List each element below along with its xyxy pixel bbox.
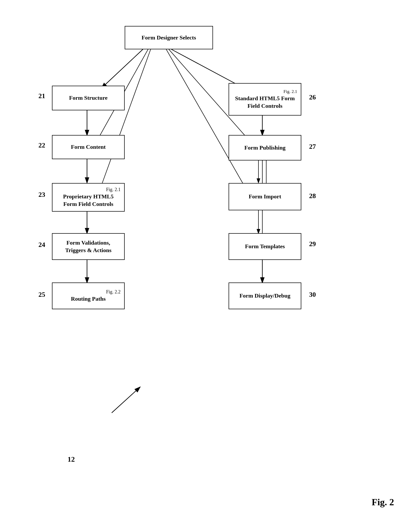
form-display-debug-box: Form Display/Debug — [229, 282, 301, 309]
diagram-container: Form Designer Selects Form Structure 21 … — [31, 16, 395, 457]
ref-25: 25 — [38, 291, 45, 299]
form-templates-label: Form Templates — [245, 243, 285, 250]
ref-22: 22 — [38, 142, 45, 149]
routing-paths-box: Fig. 2.2 Routing Paths — [52, 282, 125, 309]
ref-21: 21 — [38, 92, 45, 100]
form-import-box: Form Import — [229, 183, 301, 210]
svg-line-6 — [166, 49, 244, 186]
form-templates-box: Form Templates — [229, 233, 301, 260]
form-publishing-label: Form Publishing — [244, 144, 285, 152]
fig-caption: Fig. 2 — [372, 497, 394, 508]
form-publishing-box: Form Publishing — [229, 135, 301, 160]
standard-html5-box: Fig. 2.1 Standard HTML5 FormField Contro… — [229, 83, 301, 116]
routing-paths-label: Routing Paths — [71, 295, 106, 303]
proprietary-html5-label: Proprietary HTML5Form Field Controls — [63, 193, 114, 208]
form-display-debug-label: Form Display/Debug — [239, 292, 290, 300]
form-validations-label: Form Validations,Triggers & Actions — [65, 239, 111, 254]
svg-line-3 — [101, 49, 151, 186]
form-content-label: Form Content — [71, 143, 106, 151]
form-validations-box: Form Validations,Triggers & Actions — [52, 233, 125, 260]
form-structure-box: Form Structure — [52, 86, 125, 110]
ref-29: 29 — [309, 240, 316, 248]
ref-28: 28 — [309, 192, 316, 200]
form-designer-label: Form Designer Selects — [142, 34, 196, 42]
ref-27: 27 — [309, 143, 316, 151]
ref-26: 26 — [309, 93, 316, 101]
ref-12-label: 12 — [68, 455, 75, 463]
standard-html5-label: Standard HTML5 FormField Controls — [235, 95, 295, 110]
svg-line-4 — [171, 49, 244, 88]
ref-24: 24 — [38, 241, 45, 249]
form-content-box: Form Content — [52, 135, 125, 159]
routing-fig-label: Fig. 2.2 — [106, 289, 121, 295]
form-structure-label: Form Structure — [69, 94, 108, 102]
ref-23: 23 — [38, 191, 45, 199]
standard-fig-label: Fig. 2.1 — [284, 89, 297, 94]
form-designer-box: Form Designer Selects — [125, 26, 213, 49]
ref-30: 30 — [309, 291, 316, 299]
form-import-label: Form Import — [249, 193, 281, 200]
proprietary-html5-box: Fig. 2.1 Proprietary HTML5Form Field Con… — [52, 183, 125, 212]
svg-line-18 — [112, 387, 140, 413]
svg-line-1 — [101, 49, 143, 88]
proprietary-fig-label: Fig. 2.1 — [106, 187, 121, 192]
